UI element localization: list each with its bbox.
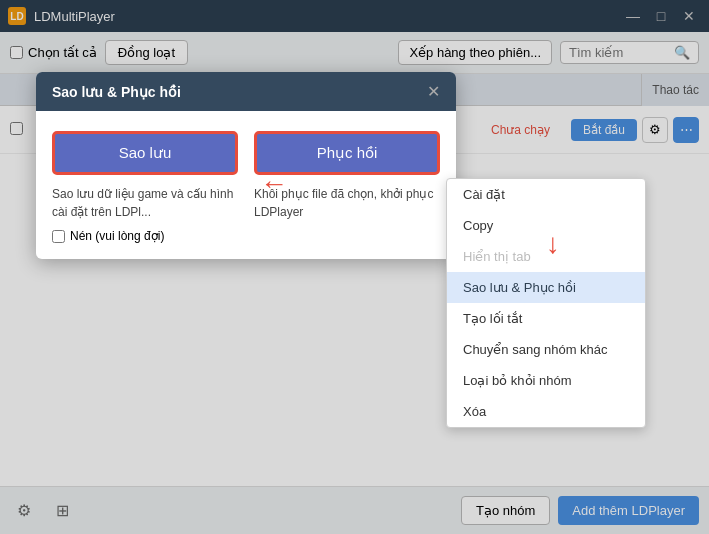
nen-text: Nén (vui lòng đợi) xyxy=(70,229,164,243)
context-item-caidat[interactable]: Cài đặt xyxy=(447,179,645,210)
arrow-left-indicator: ← xyxy=(260,168,288,200)
context-menu: Cài đặt Copy Hiển thị tab Sao lưu & Phục… xyxy=(446,178,646,428)
arrow-down-indicator: ↓ xyxy=(546,228,560,260)
nen-checkbox[interactable] xyxy=(52,230,65,243)
dialog-body: Sao lưu Sao lưu dữ liệu game và cấu hình… xyxy=(36,111,456,259)
context-item-loaibo[interactable]: Loại bỏ khỏi nhóm xyxy=(447,365,645,396)
context-item-saoluu[interactable]: Sao lưu & Phục hồi xyxy=(447,272,645,303)
context-item-taoloitat[interactable]: Tạo lối tắt xyxy=(447,303,645,334)
context-item-xoa[interactable]: Xóa xyxy=(447,396,645,427)
context-item-chuyensang[interactable]: Chuyển sang nhóm khác xyxy=(447,334,645,365)
dialog-close-button[interactable]: ✕ xyxy=(427,82,440,101)
nen-label[interactable]: Nén (vui lòng đợi) xyxy=(52,229,238,243)
dialog-title: Sao lưu & Phục hồi xyxy=(52,84,181,100)
dialog-header: Sao lưu & Phục hồi ✕ xyxy=(36,72,456,111)
saoluu-col: Sao lưu Sao lưu dữ liệu game và cấu hình… xyxy=(52,131,238,243)
saoluu-button[interactable]: Sao lưu xyxy=(52,131,238,175)
saoluu-desc: Sao lưu dữ liệu game và cấu hình cài đặt… xyxy=(52,185,238,221)
saoluu-dialog: Sao lưu & Phục hồi ✕ Sao lưu Sao lưu dữ … xyxy=(36,72,456,259)
